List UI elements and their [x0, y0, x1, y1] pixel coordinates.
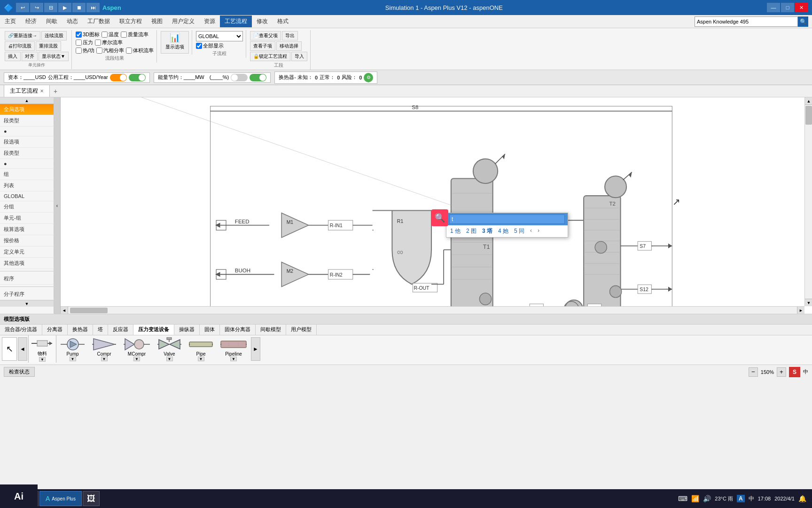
rearrange-btn[interactable]: 重排流股: [36, 41, 61, 51]
search-input[interactable]: [695, 16, 798, 27]
tab-main-flowsheet[interactable]: 主工艺流程 ✕: [4, 85, 50, 97]
model-tab-solid-sep[interactable]: 固体分离器: [220, 325, 256, 335]
capital-toggle[interactable]: [110, 74, 127, 81]
mcompr-dropdown-btn[interactable]: ▼: [133, 357, 140, 361]
result-4[interactable]: 4 她: [498, 227, 508, 235]
tab-add-btn[interactable]: +: [50, 86, 61, 97]
move-select-btn[interactable]: 移动选择: [276, 41, 302, 51]
energy-toggle1[interactable]: [231, 74, 248, 81]
model-item-pipeline[interactable]: Pipeline ▼: [217, 336, 250, 363]
sidebar-item-mol-prog[interactable]: 分子程序: [0, 289, 54, 300]
canvas-hscroll[interactable]: ◄ ►: [61, 306, 804, 314]
sidebar-item-bullet[interactable]: ●: [0, 159, 54, 169]
model-prev-btn[interactable]: ◄: [18, 337, 27, 361]
sidebar-item-selection[interactable]: 段选项: [0, 136, 54, 148]
vaporfrac-check[interactable]: [96, 48, 102, 54]
window-min-btn[interactable]: —: [767, 3, 780, 12]
zoom-in-btn[interactable]: +: [777, 367, 786, 377]
undo-btn[interactable]: ↩: [16, 3, 29, 12]
model-tab-batch[interactable]: 间歇模型: [256, 325, 286, 335]
sidebar-item-group2[interactable]: 组: [0, 169, 54, 180]
result-2[interactable]: 2 图: [466, 227, 476, 235]
ime-mode[interactable]: 中: [803, 368, 808, 375]
menu-equation[interactable]: 联立方程: [115, 16, 147, 27]
taskbar-app-aspen[interactable]: A Aspen Plus: [39, 491, 82, 506]
connect-stream-btn[interactable]: 连续流股: [41, 31, 67, 40]
menu-resources[interactable]: 资源: [199, 16, 220, 27]
full-display-checkbox[interactable]: 全部显示: [196, 42, 243, 49]
model-tab-tower[interactable]: 塔: [93, 325, 108, 335]
tray-keyboard-icon[interactable]: ⌨: [678, 495, 687, 502]
pipe-dropdown-btn[interactable]: ▼: [198, 357, 204, 361]
model-tab-manipulator[interactable]: 操纵器: [174, 325, 200, 335]
model-next-btn[interactable]: ►: [251, 337, 260, 361]
taskbar-app-image[interactable]: 🖼: [83, 491, 100, 506]
menu-modify[interactable]: 修改: [252, 16, 273, 27]
volflow-check[interactable]: [126, 48, 132, 54]
full-display-check[interactable]: [196, 43, 202, 49]
model-tab-pressure[interactable]: 压力变送设备: [133, 325, 174, 335]
vaporfrac-checkbox[interactable]: 汽相分率: [96, 47, 124, 54]
window-close-btn[interactable]: ✕: [795, 3, 808, 12]
model-item-mcompr[interactable]: MCompr ▼: [120, 336, 153, 363]
sidebar-item-group[interactable]: ●: [0, 127, 54, 136]
tray-ime-cn[interactable]: 中: [749, 495, 754, 503]
tray-volume-icon[interactable]: 🔊: [703, 495, 711, 502]
check-status-btn[interactable]: 检查状态: [4, 367, 35, 377]
global-dropdown[interactable]: GLOBAL: [196, 31, 243, 41]
minimize-btn[interactable]: ⊟: [44, 3, 57, 12]
hscroll-left-arrow[interactable]: ◄: [61, 307, 68, 314]
run-btn[interactable]: ▶: [58, 3, 71, 12]
cursor-tool[interactable]: ↖: [2, 337, 17, 361]
result-5[interactable]: 5 同: [514, 227, 524, 235]
menu-user-defined[interactable]: 用户定义: [167, 16, 199, 27]
menu-batch[interactable]: 间歇: [41, 16, 62, 27]
stop-btn[interactable]: ⏹: [72, 3, 86, 12]
pressure-checkbox[interactable]: 压力: [76, 39, 93, 46]
tray-notifications[interactable]: 🔔: [798, 495, 806, 502]
vscroll-up-arrow[interactable]: ▲: [805, 97, 812, 105]
menu-flowsheet[interactable]: 工艺流程: [220, 16, 252, 27]
import-btn[interactable]: 导入: [291, 52, 307, 61]
model-tab-heatex[interactable]: 换热器: [68, 325, 93, 335]
model-item-compr[interactable]: Compr ▼: [89, 336, 119, 363]
compr-dropdown-btn[interactable]: ▼: [101, 357, 108, 361]
sidebar-item-pricing[interactable]: 报价格: [0, 235, 54, 246]
massflow-check[interactable]: [121, 32, 127, 38]
step-btn[interactable]: ⏭: [86, 3, 100, 12]
massflow-checkbox[interactable]: 质量流率: [121, 31, 148, 38]
display-options-btn[interactable]: 📊 显示选项: [161, 31, 189, 54]
canvas-vscroll[interactable]: ▲ ▼: [804, 97, 812, 306]
volflow-checkbox[interactable]: 体积流率: [126, 47, 154, 54]
model-tab-solid[interactable]: 固体: [200, 325, 220, 335]
canvas-area[interactable]: S8 FEED BUOH M1 M2 R-IN1: [61, 97, 812, 314]
sidebar-item-segment-type[interactable]: 段类型: [0, 115, 54, 127]
sidebar-item-calc-options[interactable]: 核算选项: [0, 224, 54, 235]
sidebar-item-prog[interactable]: 程序: [0, 273, 54, 285]
heatwork-checkbox[interactable]: 热/功: [76, 47, 94, 54]
vscroll-down-arrow[interactable]: ▼: [805, 299, 812, 306]
valve-dropdown-btn[interactable]: ▼: [166, 357, 173, 361]
sidebar-item-type[interactable]: 段类型: [0, 148, 54, 159]
sidebar-collapse-btn[interactable]: ‹: [54, 97, 61, 314]
menu-economics[interactable]: 经济: [21, 16, 41, 27]
tray-network-icon[interactable]: 📶: [691, 495, 699, 502]
temp-check[interactable]: [102, 32, 108, 38]
align-btn[interactable]: 对齐: [22, 52, 38, 61]
model-item-pump[interactable]: Pump ▼: [57, 336, 88, 363]
menu-format[interactable]: 格式: [273, 16, 293, 27]
view-parent-btn[interactable]: 📄查看父项: [250, 31, 281, 40]
sidebar-item-subgroup[interactable]: 分组: [0, 201, 54, 213]
temp-checkbox[interactable]: 温度: [102, 31, 119, 38]
moleflow-check[interactable]: [95, 40, 101, 46]
vscroll-thumb[interactable]: [805, 106, 812, 125]
hscroll-right-arrow[interactable]: ►: [797, 307, 804, 314]
menu-plant-data[interactable]: 工厂数据: [83, 16, 115, 27]
window-max-btn[interactable]: □: [781, 3, 794, 12]
result-1[interactable]: 1 他: [450, 227, 461, 235]
sidebar-item-global-options[interactable]: 全局选项: [0, 104, 54, 115]
export-btn[interactable]: 导出: [282, 31, 298, 40]
search-nav-next[interactable]: ›: [538, 227, 539, 235]
view-child-btn[interactable]: 查看子项: [250, 41, 275, 51]
sidebar-item-unit-group[interactable]: 单元-组: [0, 213, 54, 224]
